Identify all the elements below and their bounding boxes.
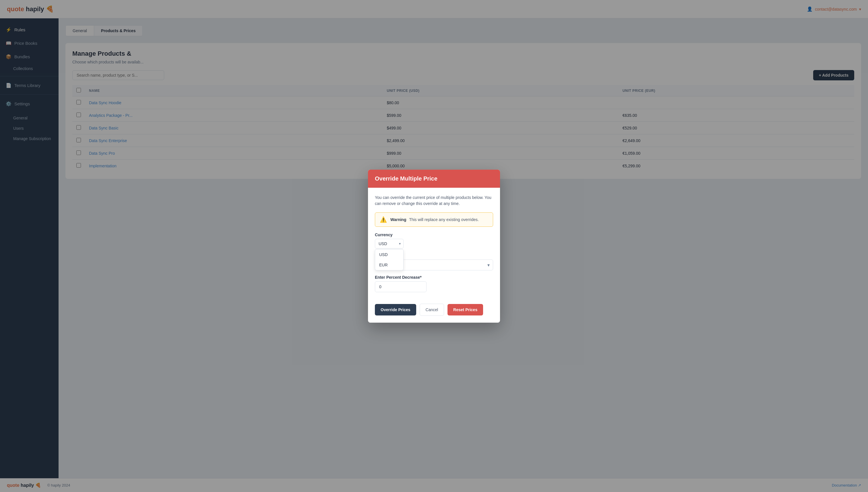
modal-description: You can override the current price of mu…: [375, 195, 493, 207]
modal-title: Override Multiple Price: [375, 175, 493, 182]
modal-header: Override Multiple Price: [368, 170, 500, 188]
percent-label: Enter Percent Decrease*: [375, 275, 493, 279]
percent-input[interactable]: [375, 281, 426, 292]
warning-box: ⚠️ Warning This will replace any existin…: [375, 213, 493, 227]
warning-text: Warning This will replace any existing o…: [390, 217, 479, 222]
warning-icon: ⚠️: [380, 216, 387, 223]
modal-overlay[interactable]: Override Multiple Price You can override…: [0, 0, 868, 492]
cancel-button[interactable]: Cancel: [420, 304, 444, 316]
dropdown-option-usd[interactable]: USD: [375, 249, 403, 260]
modal-body: You can override the current price of mu…: [368, 188, 500, 304]
currency-label: Currency: [375, 232, 493, 237]
currency-dropdown: USD EUR: [375, 249, 403, 270]
dropdown-option-eur[interactable]: EUR: [375, 260, 403, 270]
currency-select[interactable]: USD EUR: [375, 239, 403, 249]
currency-select-wrapper: USD EUR ▾ USD EUR: [375, 239, 403, 249]
override-prices-button[interactable]: Override Prices: [375, 304, 416, 316]
currency-form-group: Currency USD EUR ▾ USD EUR: [375, 232, 493, 249]
modal-footer: Override Prices Cancel Reset Prices: [368, 304, 500, 323]
warning-message: This will replace any existing overrides…: [409, 217, 479, 222]
override-modal: Override Multiple Price You can override…: [368, 170, 500, 323]
percent-form-group: Enter Percent Decrease*: [375, 275, 493, 292]
warning-label: Warning: [390, 217, 406, 222]
reset-prices-button[interactable]: Reset Prices: [447, 304, 483, 316]
